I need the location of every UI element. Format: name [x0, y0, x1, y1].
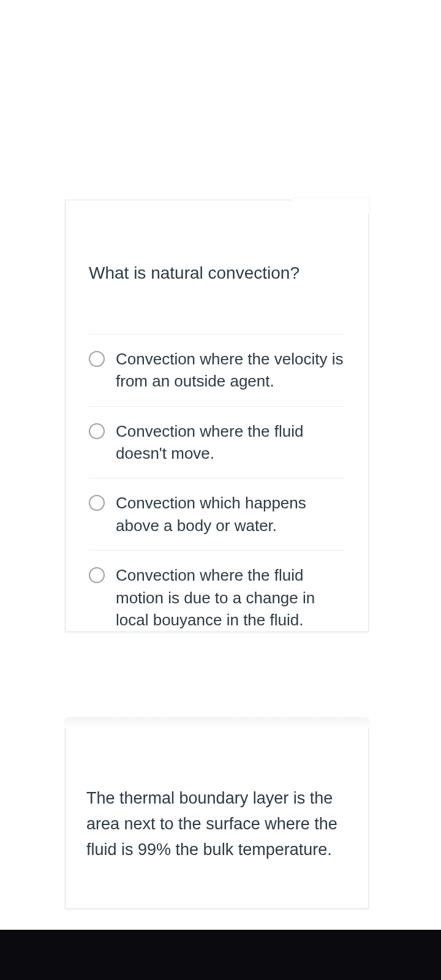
answer-option[interactable]: Convection where the fluid doesn't move. — [89, 406, 345, 478]
answer-option-label: Convection where the velocity is from an… — [116, 348, 345, 393]
answer-option[interactable]: Convection which happens above a body or… — [89, 478, 345, 550]
answer-option[interactable]: Convection where the velocity is from an… — [89, 334, 345, 406]
quiz-viewport: What is natural convection? Convection w… — [0, 0, 441, 980]
answer-option[interactable]: Convection where the fluid motion is due… — [89, 550, 345, 644]
question-prompt: What is natural convection? — [89, 262, 345, 285]
answer-option-label: Convection where the fluid motion is due… — [116, 564, 345, 631]
question-card-2: The thermal boundary layer is the area n… — [65, 719, 369, 909]
card-corner-decoration — [291, 197, 371, 214]
card-top-decoration — [64, 717, 369, 728]
answer-options-list: Convection where the velocity is from an… — [89, 334, 345, 645]
radio-icon[interactable] — [89, 423, 105, 439]
answer-option-label: Convection which happens above a body or… — [116, 492, 345, 537]
radio-icon[interactable] — [89, 495, 105, 511]
question-card-1: What is natural convection? Convection w… — [65, 200, 369, 632]
answer-option-label: Convection where the fluid doesn't move. — [116, 420, 345, 465]
question-statement: The thermal boundary layer is the area n… — [86, 786, 345, 863]
bottom-bar — [0, 930, 441, 980]
radio-icon[interactable] — [89, 351, 105, 367]
radio-icon[interactable] — [89, 567, 105, 583]
